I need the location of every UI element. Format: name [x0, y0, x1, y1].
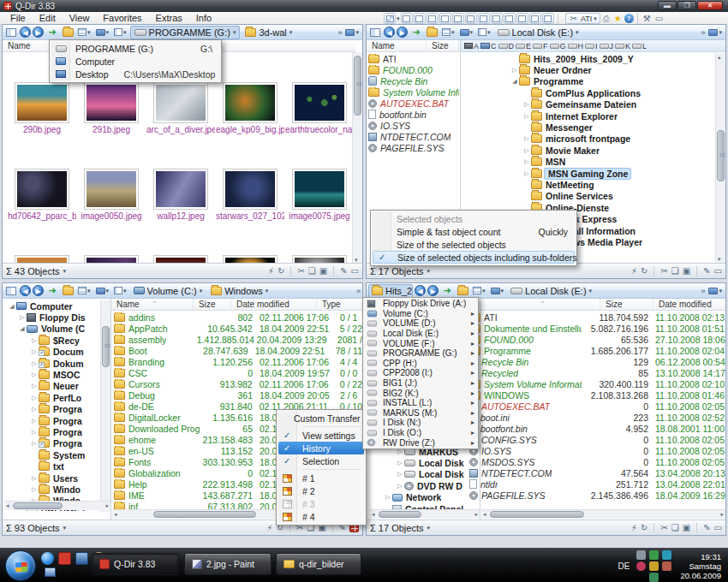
menu-check-item[interactable]: ✓ Selection: [278, 454, 364, 467]
status-dropdown[interactable]: ▾: [427, 525, 430, 532]
back-button[interactable]: ◀: [20, 285, 31, 296]
file-row[interactable]: CONFIG.SYS 0 11.10.2008 02:05: [469, 434, 725, 445]
expand-arrow-icon[interactable]: ▷: [522, 135, 531, 142]
up-button[interactable]: ➜: [45, 284, 59, 297]
toolbar-overflow[interactable]: »: [701, 28, 705, 37]
tree-item[interactable]: ▷ Progra: [4, 438, 100, 449]
tree-item[interactable]: ▷ Docum: [4, 347, 100, 358]
drive-strip-item[interactable]: J: [600, 42, 614, 50]
computer-button[interactable]: ▾: [458, 26, 475, 39]
thumbnail-item[interactable]: arc_of_a_diver.jpeg: [146, 83, 215, 134]
drive-menu-item[interactable]: MARKUS (M:) ▸: [364, 408, 477, 419]
tree-item[interactable]: ▷ Gemeinsame Dateien: [497, 99, 716, 110]
file-row[interactable]: AppPatch 10.645.342 18.04.2009 22:51 5 /…: [114, 323, 362, 334]
tree-item[interactable]: Hits_2009_Hits_2009_Y: [497, 53, 716, 64]
pane4-folder-tab[interactable]: Hits_20: [368, 284, 413, 298]
tray-icon-5[interactable]: [649, 561, 659, 571]
layout-preset-button[interactable]: [516, 13, 528, 24]
expand-arrow-icon[interactable]: ▷: [510, 67, 519, 74]
tree-item[interactable]: ◢ Volume (C: [4, 324, 100, 335]
expand-arrow-icon[interactable]: ▷: [522, 170, 531, 177]
drive-strip-item[interactable]: G: [550, 42, 566, 50]
expand-arrow-icon[interactable]: ▷: [30, 348, 39, 355]
pane-chooser[interactable]: ▾: [343, 26, 361, 39]
pane-icon[interactable]: [4, 284, 18, 297]
thumbnail-item[interactable]: earthtruecolor_na...: [285, 83, 354, 134]
favorites-folder-button[interactable]: [61, 26, 75, 39]
pane1-folder-combo[interactable]: 3d-wal ▾: [242, 26, 295, 39]
rename-icon[interactable]: ✎: [340, 266, 347, 276]
layout-main-button[interactable]: [384, 13, 396, 24]
tree-item[interactable]: Messenger: [497, 122, 716, 133]
select-icon[interactable]: ▭: [351, 266, 359, 276]
thumbnail-item[interactable]: image0050.jpeg: [77, 169, 146, 221]
file-row[interactable]: IO.SYS: [368, 120, 459, 131]
layout-preset-button[interactable]: [427, 13, 439, 24]
favorites-folder-button[interactable]: [425, 26, 439, 39]
drive-strip-item[interactable]: A: [464, 42, 479, 50]
file-row[interactable]: Recycle Bin: [368, 75, 459, 86]
thumbnail-item[interactable]: starwars_027_1024...: [216, 169, 284, 221]
pane-icon[interactable]: [4, 26, 18, 39]
column-type[interactable]: Type: [317, 299, 351, 311]
tree-item[interactable]: ◢ Computer: [4, 300, 100, 312]
menu-preset-item[interactable]: # 2: [278, 484, 364, 497]
menu-preset-item[interactable]: # 1: [278, 472, 364, 484]
file-row[interactable]: CSC 0 18.04.2009 19:57 0 / 0: [114, 367, 362, 378]
drive-menu-item[interactable]: BIG1 (J:) ▸: [364, 378, 477, 389]
file-row[interactable]: Branding 1.120.256 02.11.2006 17:06 4 / …: [114, 356, 362, 367]
thumbnail-item[interactable]: wallp12.jpeg: [146, 169, 215, 221]
expand-arrow-icon[interactable]: ▷: [30, 371, 39, 378]
expand-arrow-icon[interactable]: ▷: [396, 460, 404, 466]
chevron-down-icon[interactable]: ▾: [397, 15, 400, 22]
copy-icon[interactable]: ❏: [308, 266, 316, 276]
expand-arrow-icon[interactable]: ▷: [522, 101, 531, 108]
restore-button[interactable]: ❐: [677, 1, 696, 10]
file-row[interactable]: Programme 1.685.206.177 11.10.2008 02:04: [469, 345, 725, 356]
file-row[interactable]: FOUND.000 65.536 27.10.2008 18:06: [469, 334, 725, 345]
flash-icon[interactable]: ⚡: [266, 523, 272, 532]
file-row[interactable]: ntldr 251.712 13.04.2008 22:01: [469, 478, 725, 490]
qdir-quicklaunch-icon[interactable]: [58, 552, 71, 565]
drive-menu-item[interactable]: BIG2 (K:) ▸: [364, 388, 477, 398]
column-name[interactable]: ⌃: [480, 299, 600, 311]
tree-item[interactable]: ComPlus Applications: [497, 87, 716, 98]
start-button[interactable]: [5, 550, 36, 581]
expand-arrow-icon[interactable]: ▷: [522, 158, 531, 165]
network-places-icon[interactable]: [45, 567, 56, 577]
drive-menu-item[interactable]: RW Drive (Z:) ▸: [364, 437, 477, 448]
close-button[interactable]: ✕: [697, 1, 723, 10]
refresh-icon[interactable]: ↻: [641, 266, 647, 276]
expand-arrow-icon[interactable]: ◢: [18, 325, 27, 332]
expand-arrow-icon[interactable]: ▷: [30, 406, 39, 413]
print-icon[interactable]: ⎙: [601, 14, 612, 24]
column-date[interactable]: Date modified: [231, 299, 317, 311]
view-mode-button[interactable]: ▾: [76, 284, 92, 297]
file-row[interactable]: WINDOWS 2.108.313.268 11.10.2008 01:46: [469, 389, 725, 401]
tree-item[interactable]: ▷ Neuer: [4, 381, 100, 392]
expand-arrow-icon[interactable]: ◢: [8, 303, 16, 310]
menu-item[interactable]: Edit: [33, 12, 63, 24]
copy-icon[interactable]: ❏: [671, 266, 679, 276]
menu-item[interactable]: Favorites: [96, 12, 148, 24]
tree-item[interactable]: ▷ Network: [370, 492, 480, 503]
pane3-folder-combo[interactable]: Windows ▾: [207, 284, 272, 298]
layout-preset-button[interactable]: [478, 13, 490, 24]
pane2-drive-combo[interactable]: Local Disk (E:) ▾: [494, 26, 582, 39]
file-row[interactable]: Debug 361 18.04.2009 20:05 2 / 6: [114, 389, 362, 401]
tree-item[interactable]: ▷ Neuer Ordner: [497, 64, 716, 75]
pane3-tree-scrollbar[interactable]: ≡≡: [100, 300, 110, 512]
expand-arrow-icon[interactable]: ◢: [510, 78, 519, 85]
column-size[interactable]: Size: [194, 299, 231, 311]
menu-preset-item[interactable]: # 4: [278, 510, 364, 523]
tree-item[interactable]: ▷ Movie Maker: [497, 145, 716, 156]
drive-menu-item[interactable]: CPP (H:) ▸: [364, 359, 477, 369]
drive-strip-item[interactable]: L: [632, 42, 647, 50]
file-row[interactable]: Cursors 913.982 02.11.2006 17:06 0 / 22: [114, 378, 362, 389]
taskbar-task-button[interactable]: Q-Dir 3.83: [92, 553, 179, 575]
drive-menu-item[interactable]: VOLUME (D:) ▸: [364, 318, 477, 329]
menu-item[interactable]: PROGRAMME (G:) G:\: [51, 42, 219, 55]
drive-menu-item[interactable]: Volume (C:) ▸: [364, 309, 477, 319]
select-icon[interactable]: ▭: [714, 523, 722, 532]
menu-item[interactable]: ✓ Size of selected objects including sub…: [373, 251, 575, 264]
